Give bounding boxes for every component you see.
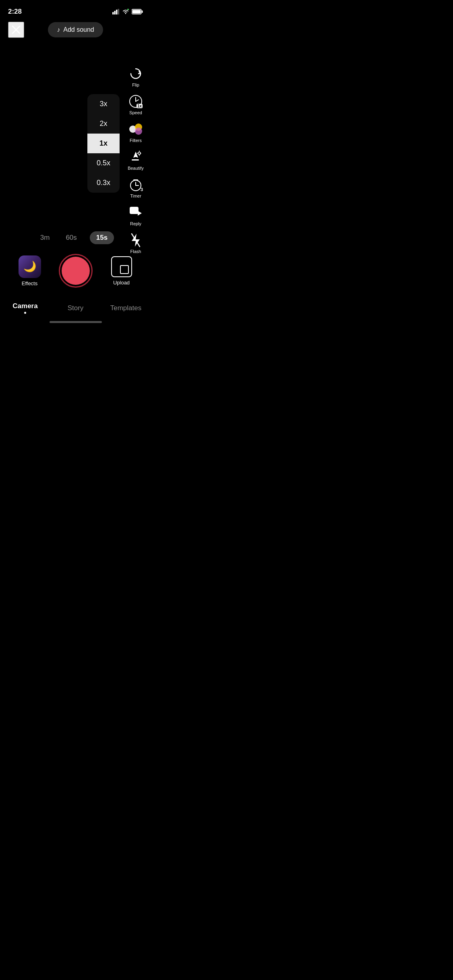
effects-icon: 🌙	[19, 255, 41, 278]
add-sound-button[interactable]: ♪ Add sound	[48, 22, 103, 37]
beautify-label: Beautify	[128, 166, 144, 171]
svg-rect-1	[114, 11, 116, 14]
tab-story-label: Story	[68, 304, 84, 312]
battery-icon	[132, 9, 143, 14]
reply-icon	[128, 205, 143, 220]
wifi-icon	[122, 9, 129, 14]
svg-rect-0	[112, 12, 114, 14]
upload-inner-box	[120, 265, 129, 274]
timer-label: Timer	[130, 194, 141, 198]
sidebar-item-timer[interactable]: 3 Timer	[125, 175, 146, 201]
svg-point-16	[135, 128, 142, 135]
status-bar: 2:28	[0, 0, 151, 18]
tab-camera[interactable]: Camera	[0, 301, 50, 315]
home-indicator	[0, 319, 151, 327]
music-note-icon: ♪	[57, 26, 60, 33]
svg-rect-2	[116, 10, 118, 14]
speed-option-1x[interactable]: 1x	[87, 134, 120, 153]
record-inner-circle	[62, 257, 90, 285]
record-button[interactable]	[59, 254, 93, 288]
filters-label: Filters	[130, 138, 142, 143]
flip-icon	[128, 66, 143, 81]
controls-row: 🌙 Effects Upload	[0, 250, 151, 296]
upload-button[interactable]: Upload	[108, 256, 136, 286]
sidebar-item-filters[interactable]: Filters	[125, 119, 146, 145]
speed-label: Speed	[129, 110, 142, 115]
speed-selector: 3x 2x 1x 0.5x 0.3x	[87, 94, 120, 193]
sidebar-item-beautify[interactable]: Beautify	[125, 147, 146, 173]
speed-option-05x[interactable]: 0.5x	[87, 153, 120, 173]
filters-icon	[128, 121, 143, 137]
tab-bar: Camera Story Templates	[0, 296, 151, 319]
duration-3m[interactable]: 3m	[37, 232, 53, 243]
speed-option-3x[interactable]: 3x	[87, 94, 120, 114]
sidebar-item-speed[interactable]: 1x Speed	[125, 91, 146, 117]
status-time: 2:28	[8, 8, 22, 16]
signal-icon	[112, 9, 120, 14]
svg-point-4	[125, 13, 126, 14]
upload-label: Upload	[113, 280, 130, 286]
record-outer-ring	[59, 254, 93, 288]
sidebar-item-flip[interactable]: Flip	[125, 64, 146, 90]
timer-icon: 3	[128, 177, 143, 192]
duration-15s[interactable]: 15s	[90, 231, 114, 244]
status-icons	[112, 9, 143, 14]
beautify-icon	[128, 149, 143, 165]
sidebar-item-reply[interactable]: Reply	[125, 202, 146, 229]
speed-icon: 1x	[128, 94, 143, 109]
reply-label: Reply	[130, 221, 141, 226]
upload-icon	[111, 256, 132, 277]
tab-templates-label: Templates	[110, 304, 141, 312]
duration-row: 3m 60s 15s	[0, 227, 151, 250]
svg-rect-3	[118, 9, 120, 14]
svg-rect-7	[142, 10, 143, 13]
close-button[interactable]	[8, 22, 24, 38]
svg-line-13	[136, 100, 139, 101]
speed-option-03x[interactable]: 0.3x	[87, 173, 120, 193]
speed-option-2x[interactable]: 2x	[87, 114, 120, 134]
add-sound-label: Add sound	[63, 26, 94, 33]
tab-templates[interactable]: Templates	[101, 303, 151, 314]
top-bar: ♪ Add sound	[0, 18, 151, 42]
svg-point-5	[127, 9, 129, 10]
effects-label: Effects	[22, 280, 38, 286]
bottom-section: 3m 60s 15s 🌙 Effects Upload Camer	[0, 227, 151, 327]
tab-active-dot	[24, 312, 26, 314]
svg-rect-8	[132, 10, 141, 14]
home-bar	[50, 321, 102, 323]
tab-story[interactable]: Story	[50, 303, 101, 314]
svg-rect-17	[132, 159, 139, 161]
svg-rect-27	[130, 207, 139, 214]
duration-60s[interactable]: 60s	[62, 232, 80, 243]
effects-button[interactable]: 🌙 Effects	[16, 255, 44, 286]
flip-label: Flip	[132, 82, 139, 87]
tab-camera-label: Camera	[12, 302, 37, 310]
